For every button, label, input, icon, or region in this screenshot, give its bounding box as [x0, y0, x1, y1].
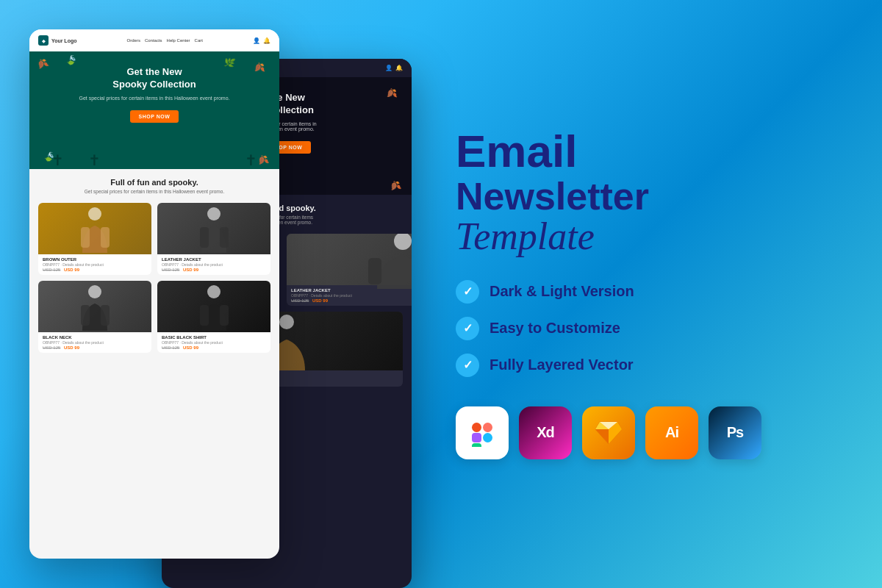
svg-rect-20	[472, 443, 481, 447]
svg-rect-17	[483, 423, 492, 432]
old-price: USD 125	[162, 268, 179, 272]
product-image	[157, 281, 270, 332]
feature-label-3: Fully Layered Vector	[490, 356, 634, 373]
product-desc: OBNPP77 · Details about the product	[43, 262, 147, 267]
svg-rect-4	[200, 227, 209, 248]
product-item: LEATHER JACKET OBNPP77 · Details about t…	[157, 203, 270, 275]
sketch-svg	[593, 419, 624, 447]
logo-icon: ◆	[38, 35, 49, 46]
dark-product-desc: OBNPP77 · Details about the product	[291, 293, 412, 298]
svg-point-0	[88, 207, 101, 220]
old-price: USD 125	[162, 345, 179, 350]
check-icon-1: ✓	[456, 280, 479, 304]
mock-nav-light: ◆ Your Logo Orders Contacts Help Center …	[29, 29, 279, 51]
mockup-front: ◆ Your Logo Orders Contacts Help Center …	[29, 29, 279, 559]
ps-label: Ps	[727, 424, 743, 441]
feature-item-2: ✓ Easy to Customize	[456, 317, 838, 340]
product-item: BLACK NECK OBNPP77 · Details about the p…	[38, 281, 151, 353]
product-desc: OBNPP77 · Details about the product	[162, 262, 266, 267]
product-grid-light: BROWN OUTER OBNPP77 · Details about the …	[29, 197, 279, 359]
photoshop-icon: Ps	[709, 406, 761, 459]
hero-subtext: Get special prices for certain items in …	[40, 96, 268, 101]
mock-logo: ◆ Your Logo	[38, 35, 76, 46]
bell-icon: 🔔	[263, 37, 270, 44]
figma-icon	[456, 406, 509, 459]
main-title: Email	[456, 129, 838, 174]
nav-links: Orders Contacts Help Center Cart	[127, 38, 203, 43]
feature-item-1: ✓ Dark & Light Version	[456, 280, 838, 304]
product-item: BROWN OUTER OBNPP77 · Details about the …	[38, 203, 151, 275]
hero-headline: Get the New Spooky Collection	[40, 66, 268, 91]
person-svg	[194, 283, 234, 331]
right-content: Email Newsletter Template ✓ Dark & Light…	[412, 129, 853, 459]
nav-orders: Orders	[127, 38, 140, 43]
nav-cart: Cart	[195, 38, 203, 43]
sketch-icon	[582, 406, 635, 459]
old-price: USD 125	[43, 268, 60, 272]
xd-icon: Xd	[519, 406, 572, 459]
cross-decoration: ✝	[245, 151, 257, 169]
dark-product-price: USD 125 USD 99	[291, 298, 412, 303]
svg-rect-10	[200, 305, 209, 326]
svg-rect-7	[81, 305, 90, 326]
shop-now-button[interactable]: SHOP NOW	[130, 110, 179, 123]
product-name: BASIC BLACK SHIRT	[162, 335, 266, 340]
leaf-decoration-dark: 🍂	[388, 179, 402, 193]
cross-decoration: ✝	[88, 151, 101, 169]
feature-label-2: Easy to Customize	[490, 320, 620, 337]
product-price: USD 125 USD 99	[162, 345, 266, 350]
xd-label: Xd	[537, 424, 554, 441]
dark-product-item: LEATHER JACKET OBNPP77 · Details about t…	[287, 234, 412, 306]
svg-rect-16	[472, 423, 481, 432]
svg-point-12	[394, 234, 412, 250]
person-svg-dark	[287, 234, 412, 289]
logo-text: Your Logo	[51, 38, 76, 43]
new-price: USD 99	[183, 345, 198, 350]
svg-rect-5	[220, 227, 229, 248]
product-price: USD 125 USD 99	[43, 268, 147, 272]
illustrator-icon: Ai	[645, 406, 698, 459]
product-image	[38, 281, 151, 332]
features-list: ✓ Dark & Light Version ✓ Easy to Customi…	[456, 280, 838, 377]
nav-help: Help Center	[167, 38, 190, 43]
person-svg	[194, 205, 234, 253]
svg-point-3	[207, 207, 220, 220]
svg-rect-11	[220, 305, 229, 326]
dark-new-price: USD 99	[312, 298, 328, 303]
svg-rect-2	[101, 227, 110, 248]
user-icon: 👤	[253, 37, 260, 44]
nav-icons: 👤 🔔	[253, 37, 270, 44]
svg-rect-8	[101, 305, 110, 326]
product-price: USD 125 USD 99	[43, 345, 147, 350]
check-icon-2: ✓	[456, 317, 479, 340]
leaf-decoration: 🍃	[65, 54, 79, 67]
product-info: BASIC BLACK SHIRT OBNPP77 · Details abou…	[157, 332, 270, 353]
svg-point-15	[279, 315, 294, 329]
product-info: LEATHER JACKET OBNPP77 · Details about t…	[157, 254, 270, 275]
product-info: BROWN OUTER OBNPP77 · Details about the …	[38, 254, 151, 275]
svg-point-9	[207, 285, 220, 298]
product-desc: OBNPP77 · Details about the product	[162, 340, 266, 345]
mockup-container: ◆ Your Logo Orders Contacts Help Center …	[29, 15, 412, 573]
product-name: LEATHER JACKET	[162, 257, 266, 262]
mock-hero-light: 🍂 🍃 🍂 🍃 🍂 🌿 ✝ ✝ ✝ Get the New Spooky Col…	[29, 51, 279, 169]
product-image	[38, 203, 151, 254]
svg-rect-19	[483, 433, 492, 442]
nav-contacts: Contacts	[145, 38, 162, 43]
section-title-light: Full of fun and spooky. Get special pric…	[29, 169, 279, 197]
new-price: USD 99	[183, 268, 198, 272]
feature-label-1: Dark & Light Version	[490, 283, 634, 300]
user-icon-dark: 👤	[385, 65, 392, 71]
ai-label: Ai	[665, 424, 678, 441]
svg-rect-13	[368, 258, 381, 284]
person-svg	[75, 205, 115, 253]
svg-rect-1	[81, 227, 90, 248]
nav-icons-dark: 👤 🔔	[385, 65, 403, 71]
dark-old-price: USD 125	[291, 298, 309, 303]
leaf-decoration: 🍂	[256, 154, 270, 167]
product-image	[157, 203, 270, 254]
dark-product-image	[287, 234, 412, 285]
subtitle-script: Template	[456, 215, 838, 257]
subtitle-regular: Newsletter	[456, 177, 838, 215]
person-svg	[75, 283, 115, 331]
